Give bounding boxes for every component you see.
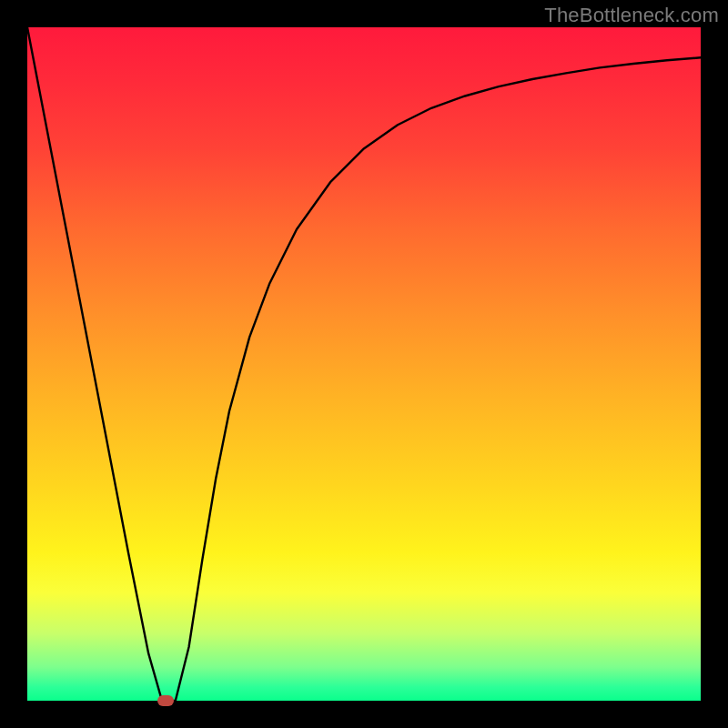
bottleneck-curve <box>27 27 701 701</box>
plot-area <box>27 27 701 701</box>
curve-svg <box>27 27 701 701</box>
chart-container: TheBottleneck.com <box>0 0 728 728</box>
optimum-marker <box>157 695 174 706</box>
watermark-text: TheBottleneck.com <box>544 4 719 27</box>
